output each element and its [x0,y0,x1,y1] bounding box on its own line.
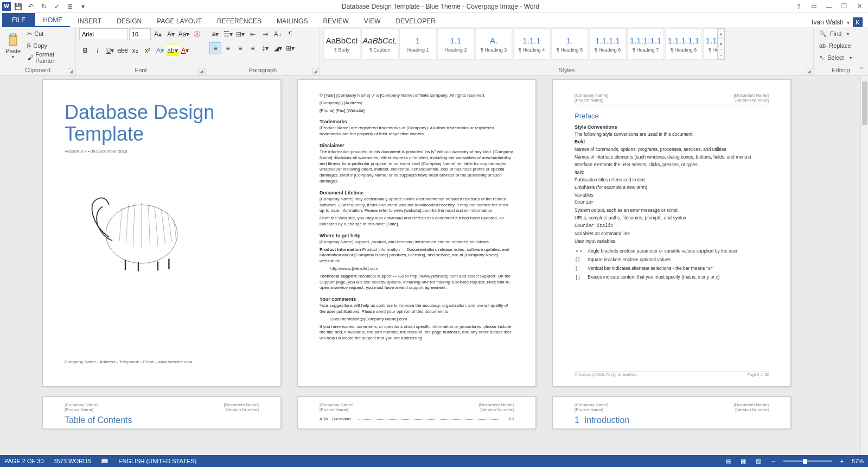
zoom-out-icon[interactable]: − [768,457,779,465]
highlight-button[interactable]: ab▾ [167,45,178,56]
user-name[interactable]: Ivan Walsh [812,18,844,26]
gallery-scroll-up-icon[interactable]: ▴ [718,29,724,39]
tab-insert[interactable]: INSERT [70,15,109,27]
undo-icon[interactable]: ↶ [25,1,37,12]
user-menu-chevron-icon[interactable]: ▾ [847,20,850,26]
tab-references[interactable]: REFERENCES [209,15,269,27]
paste-button[interactable]: Paste ▾ [3,28,23,63]
font-size-select[interactable] [129,28,151,40]
style-item[interactable]: 1.1Heading 2 [437,28,474,60]
grow-font-button[interactable]: A▴ [152,28,164,40]
redo-icon[interactable]: ↻ [38,1,50,12]
text-effects-button[interactable]: A▾ [154,45,166,56]
touch-mode-icon[interactable]: ⊞ [64,1,76,12]
font-name-select[interactable] [79,28,128,40]
align-center-button[interactable]: ≡ [222,42,234,54]
style-item[interactable]: 1.1.1.1.1¶ Heading 7 [627,28,664,60]
status-words[interactable]: 3573 WORDS [54,458,92,464]
style-item[interactable]: 1.1.1¶ Heading 4 [513,28,550,60]
zoom-in-icon[interactable]: + [837,457,847,465]
font-color-button[interactable]: A▾ [179,45,191,56]
style-item[interactable]: 1.1.1.1¶ Heading 6 [589,28,626,60]
strikethrough-button[interactable]: abc [117,45,129,56]
gallery-scroll-down-icon[interactable]: ▾ [718,39,724,49]
quick-access-toolbar: W 💾 ↶ ↻ ✓ ⊞ ▾ [2,1,89,12]
styles-launcher-icon[interactable]: ◢ [806,68,812,74]
zoom-slider[interactable] [783,460,832,462]
document-canvas[interactable]: Database Design Template Version X.x • 0… [0,76,860,455]
cut-button[interactable]: ✂Cut [25,28,72,39]
borders-button[interactable]: ⊞▾ [284,42,296,54]
superscript-button[interactable]: x² [142,45,154,56]
collapse-ribbon-icon[interactable]: ^ [857,65,866,73]
decrease-indent-button[interactable]: ⇤ [247,28,259,40]
replace-button[interactable]: abReplace [817,40,865,51]
sort-button[interactable]: A↓ [272,28,284,40]
view-read-icon[interactable]: ▤ [723,457,733,465]
find-button[interactable]: 🔍Find▾ [817,28,865,39]
underline-button[interactable]: U▾ [104,45,116,56]
font-launcher-icon[interactable]: ◢ [198,68,205,74]
group-clipboard: Paste ▾ ✂Cut ⎘Copy 🖌Format Painter Clipb… [0,27,76,75]
replace-icon: ab [819,42,826,49]
shrink-font-button[interactable]: A▾ [165,28,177,40]
clipboard-launcher-icon[interactable]: ◢ [68,68,74,74]
paragraph-launcher-icon[interactable]: ◢ [312,68,318,74]
close-icon[interactable]: ✕ [853,1,866,12]
multilevel-list-button[interactable]: ⊟▾ [234,28,246,40]
scroll-thumb[interactable] [862,81,867,125]
tab-developer[interactable]: DEVELOPER [388,15,443,27]
format-painter-button[interactable]: 🖌Format Painter [25,52,72,63]
tab-design[interactable]: DESIGN [109,15,149,27]
cut-icon: ✂ [27,30,32,37]
shading-button[interactable]: ◢▾ [272,42,284,54]
tab-file[interactable]: FILE [2,13,35,27]
styles-gallery[interactable]: AaBbCcI¶ BodyAaBbCcL¶ Caption1Heading 11… [323,28,725,63]
vertical-scrollbar[interactable] [860,76,868,455]
clear-formatting-button[interactable]: Ⓐ [191,28,203,40]
increase-indent-button[interactable]: ⇥ [259,28,271,40]
qat-customize-icon[interactable]: ▾ [77,1,89,12]
tab-view[interactable]: VIEW [356,15,388,27]
change-case-button[interactable]: Aa▾ [178,28,190,40]
style-item[interactable]: AaBbCcI¶ Body [323,28,360,60]
select-button[interactable]: ↖Select▾ [817,52,865,63]
numbering-button[interactable]: ☰▾ [222,28,234,40]
view-print-icon[interactable]: ▦ [738,457,749,465]
gallery-more-icon[interactable]: ⌄ [718,49,724,59]
copy-button[interactable]: ⎘Copy [25,40,72,51]
status-language[interactable]: ENGLISH (UNITED STATES) [118,458,196,464]
page-stub-recovery: [Company Name][Project Name][Document Na… [297,396,536,429]
line-spacing-button[interactable]: ‡▾ [259,42,271,54]
style-item[interactable]: 1Heading 1 [399,28,436,60]
zoom-level[interactable]: 57% [852,458,864,464]
status-page[interactable]: PAGE 2 OF 30 [4,458,44,464]
tab-review[interactable]: REVIEW [315,15,356,27]
help-icon[interactable]: ? [792,1,805,12]
show-marks-button[interactable]: ¶ [284,28,296,40]
style-item[interactable]: AaBbCcL¶ Caption [361,28,398,60]
subscript-button[interactable]: x₂ [129,45,141,56]
find-icon: 🔍 [819,30,827,37]
bullets-button[interactable]: ≡▾ [209,28,221,40]
italic-button[interactable]: I [92,45,104,56]
align-right-button[interactable]: ≡ [234,42,246,54]
ribbon-display-icon[interactable]: ▭ [807,1,820,12]
status-proofing-icon[interactable]: 📖 [101,458,108,465]
bold-button[interactable]: B [79,45,91,56]
restore-icon[interactable]: ❐ [838,1,851,12]
cover-version: Version X.x • 06 December 2016 [65,149,259,154]
tab-mailings[interactable]: MAILINGS [269,15,315,27]
user-avatar[interactable]: K [853,17,863,27]
style-item[interactable]: A.¶ Heading 3 [475,28,512,60]
save-icon[interactable]: 💾 [12,1,24,12]
align-left-button[interactable]: ≡ [209,42,221,54]
view-web-icon[interactable]: ▨ [753,457,764,465]
tab-page-layout[interactable]: PAGE LAYOUT [149,15,209,27]
minimize-icon[interactable]: — [822,1,835,12]
tab-home[interactable]: HOME [35,14,70,27]
justify-button[interactable]: ≡ [247,42,259,54]
style-item[interactable]: 1.1.1.1.1¶ Heading 8 [665,28,702,60]
spelling-icon[interactable]: ✓ [51,1,63,12]
style-item[interactable]: 1.¶ Heading 5 [551,28,588,60]
